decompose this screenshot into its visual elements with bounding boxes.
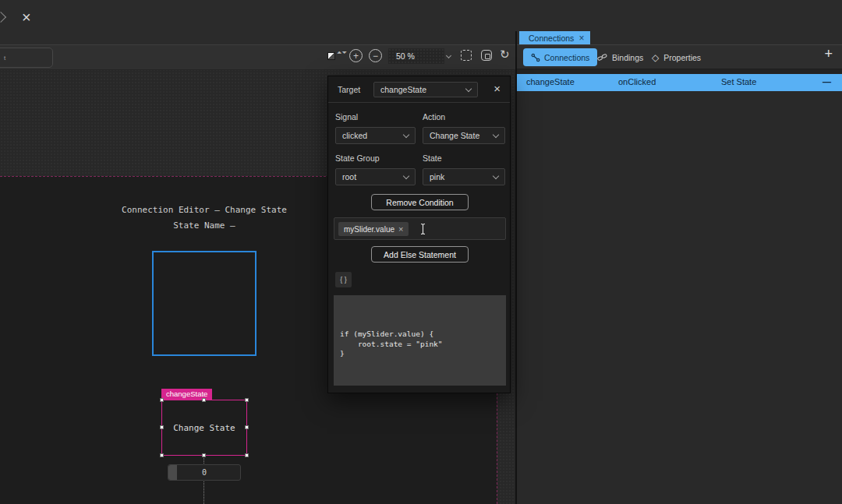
tab-connections[interactable]: Connections ×: [519, 31, 590, 44]
chevron-down-icon: [493, 172, 499, 178]
action-label: Action: [423, 112, 445, 122]
connection-editor-dialog: Target changeState × Signal Action click…: [327, 76, 511, 393]
chevron-down-icon: [403, 131, 409, 137]
code-line: }: [340, 349, 506, 359]
updown-arrows-icon: ⏶⏷: [337, 50, 347, 56]
connections-panel-body: [517, 91, 842, 504]
slider-value: 0: [168, 465, 240, 480]
target-label: Target: [338, 85, 360, 94]
state-group-label: State Group: [335, 153, 380, 163]
connection-row[interactable]: changeState onClicked Set State —: [517, 74, 842, 91]
chevron-down-icon: [465, 85, 472, 91]
target-dropdown-value: changeState: [380, 85, 426, 94]
properties-diamond-icon: ◇: [652, 52, 659, 63]
tab-connections-label: Connections: [529, 33, 574, 43]
chevron-down-icon: [493, 131, 499, 137]
state-preview-rectangle[interactable]: [152, 251, 256, 356]
slider-item[interactable]: 0: [168, 464, 241, 481]
state-dropdown[interactable]: pink: [423, 168, 505, 185]
state-group-dropdown-value: root: [342, 172, 356, 182]
connection-row-signal: onClicked: [618, 77, 656, 86]
selected-button-item[interactable]: Change State: [161, 400, 247, 456]
connections-toolbar: Connections Bindings ◇ Properties +: [517, 44, 842, 69]
action-dropdown[interactable]: Change State: [423, 127, 505, 144]
canvas-title-text: Connection Editor — Change State: [86, 205, 323, 215]
bindings-view-button[interactable]: Bindings: [597, 48, 643, 66]
text-cursor-icon: [419, 223, 426, 238]
background-toggle-icon[interactable]: ⏶⏷: [327, 51, 341, 61]
state-dropdown-value: pink: [430, 172, 444, 182]
code-line: root.state = "pink": [340, 340, 506, 350]
signal-dropdown[interactable]: clicked: [335, 127, 416, 144]
checker-swatch-icon: [327, 52, 335, 60]
signal-label: Signal: [335, 112, 358, 122]
state-group-dropdown[interactable]: root: [335, 168, 416, 185]
condition-chip[interactable]: mySlider.value ×: [338, 222, 409, 236]
connections-view-label: Connections: [544, 53, 589, 62]
fit-to-screen-icon[interactable]: [461, 50, 472, 61]
reset-view-icon[interactable]: ↻: [500, 48, 510, 62]
code-preview-area[interactable]: if (mySlider.value) { root.state = "pink…: [334, 295, 506, 386]
condition-chip-label: mySlider.value: [344, 225, 394, 234]
connections-view-button[interactable]: Connections: [523, 48, 597, 66]
code-line: if (mySlider.value) {: [340, 330, 506, 340]
condition-input-field[interactable]: mySlider.value ×: [334, 217, 506, 240]
add-connection-button[interactable]: +: [824, 46, 833, 62]
remove-condition-button[interactable]: Remove Condition: [371, 194, 469, 210]
properties-view-button[interactable]: ◇ Properties: [652, 48, 701, 66]
connection-row-action: Set State: [721, 77, 756, 86]
code-padding: [334, 295, 506, 330]
connection-row-target: changeState: [526, 77, 575, 86]
target-dropdown[interactable]: changeState: [373, 82, 478, 97]
top-bar: ×: [0, 0, 842, 44]
dialog-close-icon[interactable]: ×: [494, 83, 501, 94]
bindings-view-label: Bindings: [612, 53, 643, 62]
zoom-in-button[interactable]: +: [349, 49, 363, 62]
tab-close-icon[interactable]: ×: [578, 33, 584, 44]
add-else-statement-button[interactable]: Add Else Statement: [371, 246, 469, 263]
partial-tab[interactable]: t: [0, 48, 53, 68]
action-dropdown-value: Change State: [430, 131, 479, 140]
state-label: State: [423, 153, 442, 163]
connection-icon: [531, 53, 540, 62]
code-view-toggle-button[interactable]: { }: [335, 272, 352, 287]
remove-connection-icon[interactable]: —: [823, 77, 831, 86]
signal-dropdown-value: clicked: [342, 131, 367, 140]
zoom-level-combobox[interactable]: 50 %: [388, 48, 444, 64]
bindings-chain-icon: [597, 53, 607, 62]
button-label: Change State: [162, 400, 246, 455]
canvas-subtitle-text: State Name —: [86, 220, 323, 231]
properties-view-label: Properties: [663, 53, 701, 62]
zoom-to-selection-icon[interactable]: [481, 50, 492, 61]
chevron-down-icon: [403, 172, 409, 178]
chip-close-icon[interactable]: ×: [398, 224, 403, 234]
zoom-out-button[interactable]: −: [369, 49, 382, 62]
chevron-right-icon[interactable]: [0, 12, 6, 23]
dialog-separator: [328, 102, 510, 103]
app-window: × t ⏶⏷ + − 50 % ↻ Connection Editor — Ch…: [0, 0, 842, 504]
close-icon[interactable]: ×: [22, 8, 31, 26]
